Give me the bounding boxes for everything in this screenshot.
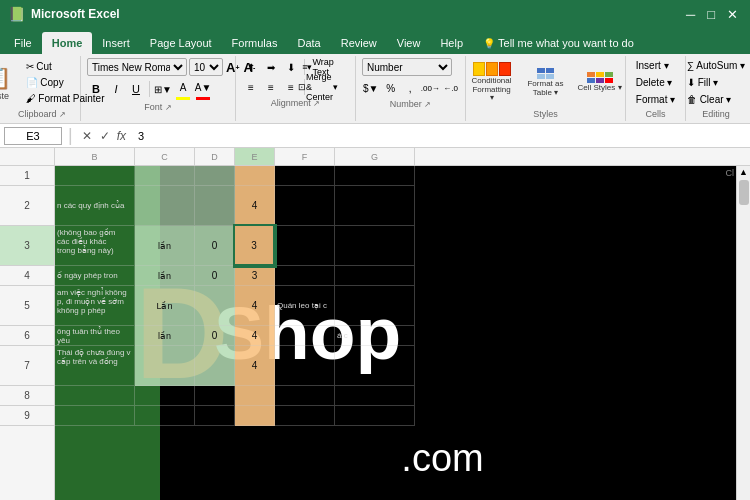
percent-btn[interactable]: % [382,79,398,97]
editing-group: ∑ AutoSum ▾ ⬇ Fill ▾ 🗑 Clear ▾ Editing [686,56,746,121]
search-icon: 💡 [483,38,495,49]
format-as-table-label: Format as Table ▾ [524,80,568,98]
tab-formulas[interactable]: Formulas [222,32,288,54]
tab-search-label: Tell me what you want to do [498,37,634,49]
excel-icon: 📗 [8,6,25,22]
paste-button[interactable]: 📋 Paste [0,61,20,105]
row-num-3[interactable]: 3 [0,226,54,266]
cells-label: Cells [645,109,665,119]
confirm-formula-btn[interactable]: ✓ [97,128,113,144]
cancel-formula-btn[interactable]: ✕ [79,128,95,144]
underline-button[interactable]: U [127,80,145,98]
insert-cells-btn[interactable]: Insert ▾ [632,58,679,73]
font-label: Font ↗ [144,102,172,112]
styles-group: Conditional Formatting ▾ Format as Table… [466,56,626,121]
clip-label: Cl [726,168,735,178]
tab-home[interactable]: Home [42,32,93,54]
clipboard-label: Clipboard ↗ [18,109,66,119]
italic-button[interactable]: I [107,80,125,98]
fill-color-indicator [176,97,190,100]
align-top-btn[interactable]: ⬆ [242,58,260,76]
font-group: Times New Roman 10 A+ A- B I U ⊞▼ A [81,56,236,121]
align-middle-btn[interactable]: ➡ [262,58,280,76]
col-header-b[interactable]: B [55,148,135,165]
font-size-select[interactable]: 10 [189,58,223,76]
align-bottom-btn[interactable]: ⬇ [282,58,300,76]
decrease-decimal-btn[interactable]: ←.0 [442,79,459,97]
row-numbers: 1 2 3 4 5 6 7 8 9 [0,166,55,500]
bold-button[interactable]: B [87,80,105,98]
delete-cells-btn[interactable]: Delete ▾ [632,75,679,90]
fx-label: fx [117,129,126,143]
cell-styles-label: Cell Styles ▾ [578,84,622,93]
merge-center-btn[interactable]: ⊡ Merge & Center▾ [309,78,327,96]
number-label: Number ↗ [390,99,432,109]
cell-styles-button[interactable]: Cell Styles ▾ [575,69,625,96]
row-num-6[interactable]: 6 [0,326,54,346]
font-color-indicator [196,97,210,100]
font-color-btn[interactable]: A▼ [194,78,212,96]
spreadsheet-area: B C D E F G 1 2 3 4 5 6 7 8 9 [0,148,750,500]
col-header-f[interactable]: F [275,148,335,165]
formula-input[interactable] [134,127,746,145]
title-bar: 📗 Microsoft Excel ─ □ ✕ [0,0,750,28]
col-header-g[interactable]: G [335,148,415,165]
alignment-label: Alignment ↗ [271,98,321,108]
col-header-e[interactable]: E [235,148,275,165]
borders-btn[interactable]: ⊞▼ [154,80,172,98]
ribbon: 📋 Paste ✂ Cut 📄 Copy 🖌 Format Painter Cl… [0,54,750,124]
fill-color-btn[interactable]: A [174,78,192,96]
ribbon-tabs: File Home Insert Page Layout Formulas Da… [0,28,750,54]
row-num-9[interactable]: 9 [0,406,54,426]
number-group: Number General Currency Percentage $▼ % … [356,56,466,121]
scroll-up-btn[interactable]: ▲ [738,166,750,178]
cell-reference-input[interactable] [4,127,62,145]
number-format-select[interactable]: Number General Currency Percentage [362,58,452,76]
tab-help[interactable]: Help [430,32,473,54]
paste-label: Paste [0,91,9,101]
grid-area: D Shop .com n các quy định của [55,166,750,500]
comma-btn[interactable]: , [402,79,418,97]
tab-pagelayout[interactable]: Page Layout [140,32,222,54]
styles-label: Styles [533,109,558,119]
row-num-1[interactable]: 1 [0,166,54,186]
row-num-5[interactable]: 5 [0,286,54,326]
clipboard-group: 📋 Paste ✂ Cut 📄 Copy 🖌 Format Painter Cl… [4,56,81,121]
formula-divider: | [68,125,73,146]
conditional-formatting-label: Conditional Formatting ▾ [470,77,514,103]
tab-insert[interactable]: Insert [92,32,140,54]
conditional-formatting-button[interactable]: Conditional Formatting ▾ [467,59,517,106]
row-num-7[interactable]: 7 [0,346,54,386]
green-stripe [55,166,160,500]
scroll-thumb[interactable] [739,180,749,205]
editing-label: Editing [702,109,730,119]
col-header-c[interactable]: C [135,148,195,165]
alignment-group: ⬆ ➡ ⬇ ≡▾ Wrap Text ≡ ≡ ≡ ⊡ Merge & Cente… [236,56,356,121]
tab-data[interactable]: Data [287,32,330,54]
row-num-4[interactable]: 4 [0,266,54,286]
app-title: Microsoft Excel [31,7,120,21]
close-btn[interactable]: ✕ [727,7,738,22]
currency-btn[interactable]: $▼ [362,79,379,97]
tab-file[interactable]: File [4,32,42,54]
tab-view[interactable]: View [387,32,431,54]
minimize-btn[interactable]: ─ [686,7,695,22]
fill-btn[interactable]: ⬇ Fill ▾ [683,75,749,90]
format-as-table-button[interactable]: Format as Table ▾ [521,65,571,101]
cells-group: Insert ▾ Delete ▾ Format ▾ Cells [626,56,686,121]
col-header-d[interactable]: D [195,148,235,165]
align-center-btn[interactable]: ≡ [262,78,280,96]
maximize-btn[interactable]: □ [707,7,715,22]
clear-btn[interactable]: 🗑 Clear ▾ [683,92,749,107]
font-name-select[interactable]: Times New Roman [87,58,187,76]
align-left-btn[interactable]: ≡ [242,78,260,96]
row-num-2[interactable]: 2 [0,186,54,226]
row-num-8[interactable]: 8 [0,386,54,406]
tab-review[interactable]: Review [331,32,387,54]
row-col-corner [0,148,55,165]
vertical-scrollbar[interactable]: ▲ [736,166,750,500]
tab-search[interactable]: 💡 Tell me what you want to do [473,32,644,54]
autosum-btn[interactable]: ∑ AutoSum ▾ [683,58,749,73]
format-cells-btn[interactable]: Format ▾ [632,92,679,107]
increase-decimal-btn[interactable]: .00→ [421,79,439,97]
